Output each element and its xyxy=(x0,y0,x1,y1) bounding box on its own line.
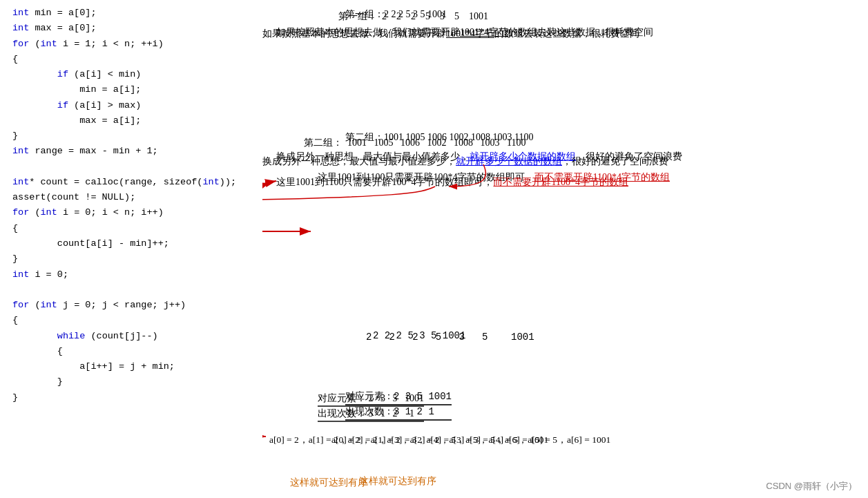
corresponding-label: 对应元素： xyxy=(345,391,394,401)
cl4: { xyxy=(12,52,262,67)
cl7: if (a[i] > max) xyxy=(12,98,262,113)
cl19: { xyxy=(12,313,262,328)
group2-blue-text: 就开辟多少个数据的数组 xyxy=(470,151,576,162)
cl18: for (int j = 0; j < range; j++) xyxy=(12,298,262,313)
cl2: int max = a[0]; xyxy=(12,21,262,36)
cl13: for (int i = 0; i < n; i++) xyxy=(12,205,262,220)
cl3: for (int i = 1; i < n; ++i) xyxy=(12,37,262,52)
array-assign: a[0] = 2，a[1] = 2，a[2] = 2，a[3] = 3，a[4]… xyxy=(331,434,610,446)
occurrence-data: 3 1 2 1 xyxy=(394,406,434,417)
cl6: min = a[i]; xyxy=(12,82,262,97)
occurrence-row: 出现次数：3 1 2 1 xyxy=(345,405,452,421)
group1-underline: 1001*4字节 xyxy=(460,27,508,37)
group2-red-text: 而不需要开辟1100*4字节的数组 xyxy=(534,172,669,182)
group2-label: 第二组： xyxy=(345,132,384,142)
group1-header: 第一组：2 2 2 5 3 5 1001 xyxy=(345,8,447,21)
mid-data: 2 2 2 5 3 5 1001 xyxy=(373,330,465,341)
group1-desc: 如果按照基本的思想去做，我们就需要开辟1001*4字节的数组去装这些数据，很耗费… xyxy=(276,26,653,39)
cl23: } xyxy=(12,374,262,390)
cl22: a[i++] = j + min; xyxy=(12,359,262,374)
group2-data: 1001 1005 1006 1002 1008 1003 1100 xyxy=(384,132,533,142)
group2-note: 这里1001到1100只需要开辟100*4字节的数组即可，而不需要开辟1100*… xyxy=(318,171,670,184)
blank1 xyxy=(12,160,262,175)
cl17: int i = 0; xyxy=(12,267,262,282)
cl1: int min = a[0]; xyxy=(12,6,262,21)
corresponding-data: 2 3 5 1001 xyxy=(394,391,452,402)
group2-desc-line1: 换成另外一种思想，最大值与最小值差多少，就开辟多少个数据的数组，很好的避免了空间… xyxy=(276,151,682,163)
conclusion: 这样就可达到有序 xyxy=(359,475,436,488)
cl16: } xyxy=(12,251,262,267)
cl12: assert(count != NULL); xyxy=(12,190,262,205)
cl9: } xyxy=(12,128,262,144)
cl21: { xyxy=(12,344,262,359)
cl24: } xyxy=(12,390,262,405)
code-panel: int min = a[0]; int max = a[0]; for (int… xyxy=(0,0,262,498)
cl15: count[a[i] - min]++; xyxy=(12,236,262,251)
cl8: max = a[i]; xyxy=(12,113,262,128)
annotation-section: 第一组：2 2 2 5 3 5 1001 如果按照基本的思想去做，我们就需要开辟… xyxy=(262,0,868,498)
cl20: while (count[j]--) xyxy=(12,329,262,344)
cl14: { xyxy=(12,221,262,236)
cl5: if (a[i] < min) xyxy=(12,67,262,82)
blank2 xyxy=(12,282,262,298)
corresponding-label-row: 对应元素：2 3 5 1001 xyxy=(345,390,452,405)
group1-label: 第一组： xyxy=(345,9,384,19)
group2-header: 第二组：1001 1005 1006 1002 1008 1003 1100 xyxy=(345,131,533,144)
corresponding-row: 对应元素：2 3 5 1001 出现次数：3 1 2 1 xyxy=(345,390,452,421)
cl11: int* count = calloc(range, sizeof(int)); xyxy=(12,175,262,190)
occurrence-label: 出现次数： xyxy=(345,406,394,416)
cl10: int range = max - min + 1; xyxy=(12,144,262,159)
group1-data: 2 2 2 5 3 5 1001 xyxy=(384,9,447,19)
